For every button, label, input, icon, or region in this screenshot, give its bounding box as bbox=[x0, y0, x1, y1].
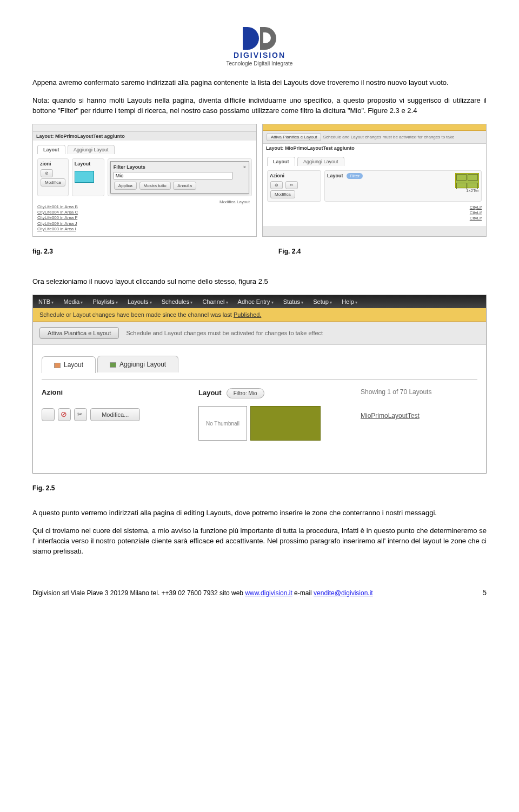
select-checkbox[interactable] bbox=[42, 408, 55, 421]
showing-count: Showing 1 of 70 Layouts bbox=[361, 388, 477, 396]
delete-button[interactable] bbox=[58, 408, 71, 421]
logo-glyph bbox=[227, 27, 293, 50]
nav-layouts[interactable]: Layouts bbox=[128, 298, 152, 305]
email-link[interactable]: vendite@digivision.it bbox=[314, 589, 373, 597]
layout-thumbnail[interactable] bbox=[250, 406, 321, 441]
layout-list-item[interactable]: CityLif bbox=[267, 205, 482, 210]
filter-popup: Filter Layouts × Applica Mostra tutto An… bbox=[110, 161, 249, 194]
action-button[interactable]: ✂ bbox=[285, 181, 298, 189]
nav-adhoc[interactable]: Adhoc Entry bbox=[238, 298, 274, 305]
layout-list-item[interactable]: CityLif bbox=[267, 210, 482, 216]
panel-azioni: zioni bbox=[40, 161, 66, 169]
panel-azioni: Azioni bbox=[270, 173, 318, 181]
no-thumbnail: No Thumbnail bbox=[198, 406, 247, 441]
layout-icon bbox=[54, 363, 61, 368]
caption-fig-2-4: Fig. 2.4 bbox=[241, 248, 487, 255]
screenshot-fig-2-4: Attiva Pianifica e Layout Schedule and L… bbox=[262, 124, 487, 237]
action-button[interactable]: ⊘ bbox=[270, 181, 283, 189]
layout-list-item[interactable]: CityLife005 in Area F bbox=[37, 215, 252, 221]
main-nav: NTB Media Playlists Layouts Schedules Ch… bbox=[33, 295, 486, 308]
nav-media[interactable]: Media bbox=[63, 298, 83, 305]
filter-title: Filter Layouts bbox=[114, 164, 145, 172]
paragraph-5: Qui ci troviamo nel cuore del sistema, a… bbox=[32, 526, 487, 557]
modifica-button[interactable]: Modifica bbox=[270, 190, 295, 198]
filter-input[interactable] bbox=[114, 172, 233, 179]
close-icon[interactable]: × bbox=[243, 164, 246, 172]
filtro-pill[interactable]: Filtro: Mio bbox=[227, 388, 264, 398]
paragraph-3: Ora selezioniamo il nuovo layout cliccan… bbox=[32, 277, 487, 287]
cut-button[interactable] bbox=[74, 408, 87, 421]
attiva-button[interactable]: Attiva Pianifica e Layout bbox=[267, 133, 321, 141]
add-layout-icon bbox=[110, 362, 116, 368]
modifica-button[interactable]: Modifica bbox=[41, 178, 65, 187]
panel-layout: Layout bbox=[75, 161, 102, 169]
nav-setup[interactable]: Setup bbox=[313, 298, 332, 305]
paragraph-1: Appena avremo confermato saremo indirizz… bbox=[32, 78, 487, 88]
layout-thumbnail bbox=[455, 173, 479, 188]
paragraph-2: Nota: quando si hanno molti Layouts nell… bbox=[32, 96, 487, 116]
applica-button[interactable]: Applica bbox=[114, 182, 137, 190]
tab-aggiungi-layout[interactable]: Aggiungi Layout bbox=[297, 157, 344, 166]
tab-layout[interactable]: Layout bbox=[37, 145, 65, 154]
caption-fig-2-3: fig. 2.3 bbox=[32, 248, 241, 255]
column-layout: Layout bbox=[198, 389, 222, 397]
layout-list-item[interactable]: CityLife009 in Area J bbox=[37, 221, 252, 227]
logo-tagline: Tecnologie Digitali Integrate bbox=[227, 61, 293, 66]
mostra-tutto-button[interactable]: Mostra tutto bbox=[139, 182, 171, 190]
modifica-layout-label: Modifica Layout bbox=[37, 199, 252, 204]
annulla-button[interactable]: Annulla bbox=[173, 182, 196, 190]
paragraph-4: A questo punto verremo indirizzati alla … bbox=[32, 508, 487, 518]
tab-aggiungi-layout[interactable]: Aggiungi Layout bbox=[97, 356, 178, 372]
nav-help[interactable]: Help bbox=[342, 298, 357, 305]
layout-list-item[interactable]: CityLife003 in Area I bbox=[37, 227, 252, 232]
tab-aggiungi-layout[interactable]: Aggiungi Layout bbox=[68, 145, 115, 154]
page-footer: Digivision srl Viale Piave 3 20129 Milan… bbox=[32, 589, 487, 597]
panel-layout: Layout bbox=[327, 173, 343, 181]
action-button[interactable]: ⊘ bbox=[41, 169, 53, 177]
layout-list-item[interactable]: CityLife004 in Area C bbox=[37, 210, 252, 215]
activate-notice: Attiva Pianifica e Layout Schedule and L… bbox=[33, 322, 486, 345]
logo-text: DIGIVISION bbox=[227, 51, 293, 59]
tab-layout[interactable]: Layout bbox=[42, 356, 96, 373]
notice-message: Schedule and Layout changes must be acti… bbox=[126, 330, 323, 336]
shot1-title: Layout: MioPrimoLayoutTest aggiunto bbox=[33, 132, 256, 141]
screenshot-fig-2-5: NTB Media Playlists Layouts Schedules Ch… bbox=[32, 295, 487, 474]
nav-schedules[interactable]: Schedules bbox=[162, 298, 193, 305]
modifica-button[interactable]: Modifica... bbox=[90, 408, 140, 421]
layout-list-item[interactable]: CityLife001 in Area B bbox=[37, 204, 252, 210]
nav-playlists[interactable]: Playlists bbox=[92, 298, 118, 305]
page-number: 5 bbox=[482, 588, 487, 597]
column-azioni: Azioni bbox=[42, 388, 198, 396]
filter-button[interactable]: Filter bbox=[347, 173, 363, 179]
nav-status[interactable]: Status bbox=[283, 298, 303, 305]
nav-ntb[interactable]: NTB bbox=[38, 298, 54, 305]
publish-warning: Schedule or Layout changes have been mad… bbox=[33, 308, 486, 322]
layout-name-link[interactable]: MioPrimoLayoutTest bbox=[361, 412, 420, 420]
screenshot-fig-2-3: Layout: MioPrimoLayoutTest aggiunto Layo… bbox=[32, 124, 257, 237]
notice-text: Schedule and Layout changes must be acti… bbox=[323, 135, 455, 139]
header-logo: DIGIVISION Tecnologie Digitali Integrate bbox=[32, 27, 487, 67]
shot2-title: Layout: MioPrimoLayoutTest aggiunto bbox=[263, 144, 486, 152]
nav-channel[interactable]: Channel bbox=[202, 298, 228, 305]
website-link[interactable]: www.digivision.it bbox=[245, 589, 292, 597]
published-link[interactable]: Published. bbox=[234, 311, 261, 318]
attiva-pianifica-button[interactable]: Attiva Pianifica e Layout bbox=[39, 327, 119, 339]
layout-list-item[interactable]: CityLif bbox=[267, 216, 482, 221]
caption-fig-2-5: Fig. 2.5 bbox=[32, 484, 487, 492]
tab-layout[interactable]: Layout bbox=[267, 157, 295, 166]
